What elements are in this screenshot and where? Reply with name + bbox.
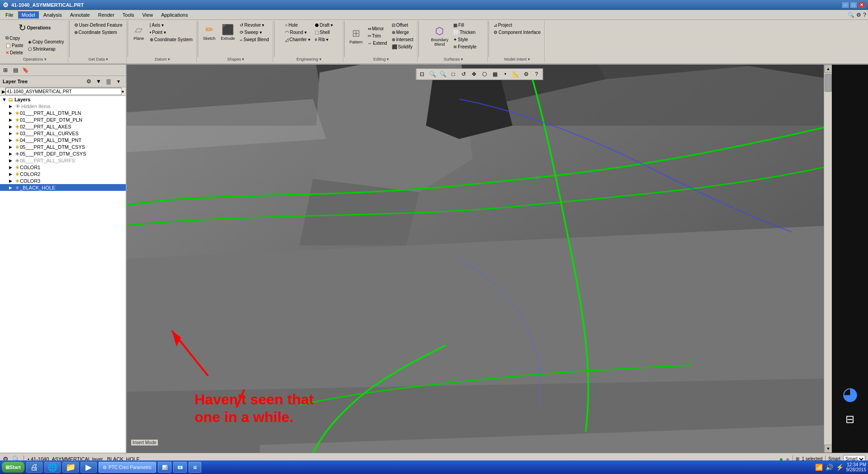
copy-button[interactable]: ⧉ Copy xyxy=(4,34,25,42)
layer-tree-filter-button[interactable]: ▼ xyxy=(94,77,103,86)
extrude-button[interactable]: ⬛ Extrude xyxy=(218,23,237,42)
layer-item-06-all-surfs[interactable]: ▶ ◈ 06___PRT_ALL_SURFS xyxy=(0,157,126,164)
menu-view[interactable]: View xyxy=(138,11,157,19)
menu-render[interactable]: Render xyxy=(95,11,118,19)
vp-points-button[interactable]: • xyxy=(500,70,510,79)
lp-bookmark-button[interactable]: 🔖 xyxy=(21,66,30,75)
vp-measure-button[interactable]: 📐 xyxy=(511,70,521,79)
modelintent-section-label[interactable]: Model Intent ▾ xyxy=(504,56,530,62)
menu-tools[interactable]: Tools xyxy=(119,11,138,19)
maximize-button[interactable]: □ xyxy=(850,2,857,8)
settings-icon-small[interactable]: ⚙ xyxy=(856,12,861,18)
round-button[interactable]: ◠ Round ▾ xyxy=(283,29,312,36)
coord-system-datum-button[interactable]: ⊕ Coordinate System xyxy=(148,36,194,43)
help-icon-small[interactable]: ? xyxy=(863,12,866,18)
taskbar-ie-button[interactable]: 🌐 xyxy=(44,462,61,473)
start-button[interactable]: ⊞ Start xyxy=(2,462,24,473)
offset-button[interactable]: ⊟ Offset xyxy=(390,22,415,28)
style-button[interactable]: ✦ Style xyxy=(451,36,478,43)
menu-annotate[interactable]: Annotate xyxy=(66,11,94,19)
hole-button[interactable]: ○ Hole xyxy=(283,22,312,28)
scroll-down-arrow[interactable]: ▼ xyxy=(824,445,832,453)
vp-fit-button[interactable]: ⊡ xyxy=(417,70,427,79)
layer-tree-columns-button[interactable]: ||| xyxy=(104,77,113,86)
pattern-button[interactable]: ⊞ Pattern xyxy=(347,26,365,46)
chamfer-button[interactable]: ◿ Chamfer ▾ xyxy=(283,36,312,43)
paste-button[interactable]: 📋 Paste xyxy=(4,42,25,49)
swept-blend-button[interactable]: ⟗ Swept Blend xyxy=(238,36,270,43)
editing-section-label[interactable]: Editing ▾ xyxy=(373,56,389,62)
vp-zoom-in-button[interactable]: 🔍 xyxy=(427,70,437,79)
layer-item-color3[interactable]: ▶ ◈ COLOR3 xyxy=(0,177,126,184)
taskbar-app4-button[interactable]: 🖥 xyxy=(189,462,201,473)
menu-model[interactable]: Model xyxy=(18,11,39,19)
freestyle-button[interactable]: ≋ Freestyle xyxy=(451,43,478,50)
vp-help-button[interactable]: ? xyxy=(531,70,541,79)
copy-geometry-button[interactable]: ◈ Copy Geometry xyxy=(26,38,66,45)
layer-item-05-all-dtm-csys[interactable]: ▶ ◈ 05___PRT_ALL_DTM_CSYS xyxy=(0,143,126,150)
solidify-button[interactable]: ⬛ Solidify xyxy=(390,43,415,50)
layer-tree-more-button[interactable]: ▾ xyxy=(114,77,123,86)
sweep-button[interactable]: ⟳ Sweep ▾ xyxy=(238,29,270,36)
engineering-section-label[interactable]: Engineering ▾ xyxy=(296,56,322,62)
trim-button[interactable]: ✂ Trim xyxy=(366,33,389,39)
layer-item-03-all-curves[interactable]: ▶ ◈ 03___PRT_ALL_CURVES xyxy=(0,130,126,137)
viewport[interactable]: ⊡ 🔍 🔍 □ ↺ ✥ ⬡ ▦ • 📐 ⚙ ? xyxy=(127,65,832,453)
taskbar-app2-button[interactable]: 📊 xyxy=(158,462,171,473)
vp-window-button[interactable]: □ xyxy=(448,70,458,79)
taskbar-hp-button[interactable]: 🖨 xyxy=(26,462,43,473)
vp-pan-button[interactable]: ✥ xyxy=(469,70,479,79)
shrinkwrap-button[interactable]: ⬡ Shrinkwrap xyxy=(26,46,66,52)
vp-3d-button[interactable]: ⬡ xyxy=(479,70,489,79)
point-button[interactable]: • Point ▾ xyxy=(148,29,194,36)
layer-tree-settings-button[interactable]: ⚙ xyxy=(84,77,93,86)
sketch-button[interactable]: ✏ Sketch xyxy=(201,23,218,42)
layer-item-black-hole[interactable]: ▶ ◈ _BLACK_HOLE xyxy=(0,184,126,191)
minimize-button[interactable]: ─ xyxy=(842,2,849,8)
shapes-section-label[interactable]: Shapes ▾ xyxy=(227,56,244,62)
lp-grid-button[interactable]: ⊞ xyxy=(1,66,10,75)
coordinate-system-button[interactable]: ⊕ Coordinate System xyxy=(72,29,124,36)
layer-tree-content[interactable]: ▼ 🗂 Layers ▶ 👁 Hidden Items ▶ ◈ 01___PRT… xyxy=(0,96,126,453)
menu-analysis[interactable]: Analysis xyxy=(40,11,66,19)
mirror-button[interactable]: ⇔ Mirror xyxy=(366,25,389,32)
project-button[interactable]: ⊿ Project xyxy=(492,22,542,28)
file-path-scroll[interactable]: ▾ xyxy=(122,89,124,94)
getdata-section-label[interactable]: Get Data ▾ xyxy=(88,56,108,62)
draft-button[interactable]: ⬣ Draft ▾ xyxy=(313,22,335,28)
vp-rotate-button[interactable]: ↺ xyxy=(459,70,469,79)
datum-section-label[interactable]: Datum ▾ xyxy=(155,56,170,62)
viewport-scrollbar[interactable]: ▲ ▼ xyxy=(824,65,832,453)
layer-item-color2[interactable]: ▶ ◈ COLOR2 xyxy=(0,171,126,177)
rib-button[interactable]: ≡ Rib ▾ xyxy=(313,36,335,43)
taskbar-media-button[interactable]: ▶ xyxy=(81,462,97,473)
component-interface-button[interactable]: ⚙ Component Interface xyxy=(492,29,542,36)
surfaces-section-label[interactable]: Surfaces ▾ xyxy=(444,56,463,62)
tray-icon-3[interactable]: ⚡ xyxy=(836,464,844,471)
layer-item-02-all-axes[interactable]: ▶ ◈ 02___PRT_ALL_AXES xyxy=(0,123,126,130)
layer-item-04-all-dtm-pnt[interactable]: ▶ ◈ 04___PRT_ALL_DTM_PNT xyxy=(0,137,126,143)
merge-button[interactable]: ⊕ Merge xyxy=(390,29,415,36)
scroll-thumb[interactable] xyxy=(825,74,832,92)
taskbar-creo-button[interactable]: ⚙ PTC Creo Parametric xyxy=(99,462,156,473)
boundary-blend-button[interactable]: ⬡ BoundaryBlend xyxy=(429,24,451,48)
user-defined-feature-button[interactable]: ⚙ User-Defined Feature xyxy=(72,22,124,28)
vp-zoom-out-button[interactable]: 🔍 xyxy=(438,70,448,79)
file-path-input[interactable] xyxy=(5,88,122,95)
layer-item-hidden[interactable]: ▶ 👁 Hidden Items xyxy=(0,103,126,109)
scroll-track[interactable] xyxy=(824,73,832,445)
lp-layers-button[interactable]: ▤ xyxy=(11,66,20,75)
layer-item-05-def-dtm-csys[interactable]: ▶ ◈ 05___PRT_DEF_DTM_CSYS xyxy=(0,150,126,157)
taskbar-folder-button[interactable]: 📁 xyxy=(62,462,79,473)
layers-section-header[interactable]: ▼ 🗂 Layers xyxy=(0,96,126,103)
vp-settings-button[interactable]: ⚙ xyxy=(521,70,531,79)
axis-button[interactable]: | Axis ▾ xyxy=(148,22,194,28)
regenerate-button[interactable]: ↻ Operations xyxy=(16,22,53,33)
fill-button[interactable]: ▦ Fill xyxy=(451,22,478,28)
scroll-up-arrow[interactable]: ▲ xyxy=(824,65,832,73)
layer-item-01-all-dtm-pln[interactable]: ▶ ◈ 01___PRT_ALL_DTM_PLN xyxy=(0,109,126,116)
search-icon-small[interactable]: 🔍 xyxy=(848,12,854,18)
thicken-button[interactable]: ⬜ Thicken xyxy=(451,29,478,36)
operations-section-label[interactable]: Operations ▾ xyxy=(23,56,47,62)
menu-applications[interactable]: Applications xyxy=(157,11,191,19)
